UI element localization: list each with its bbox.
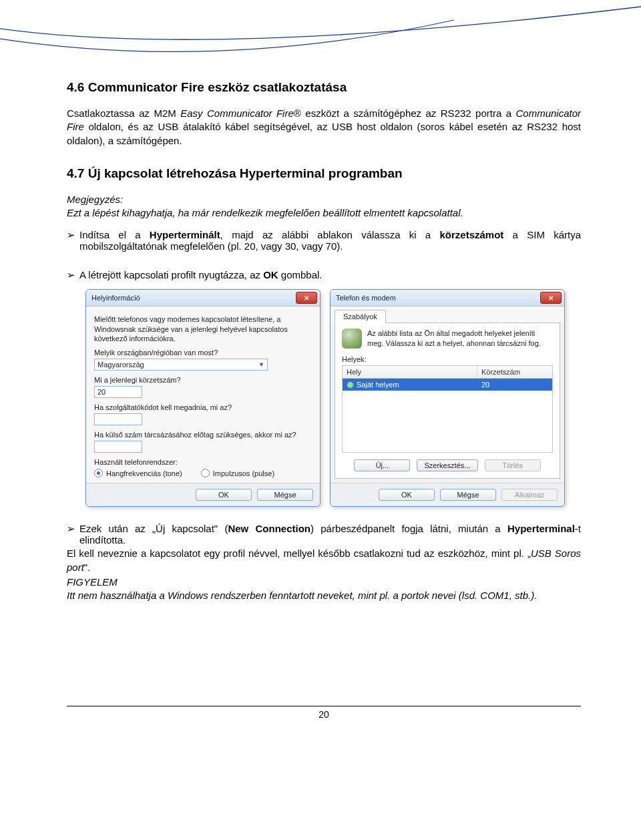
text-bold: Hyperterminal (507, 523, 575, 534)
edit-button[interactable]: Szerkesztés... (417, 459, 477, 471)
globe-icon (342, 329, 362, 349)
para-4-6: Csatlakoztassa az M2M Easy Communicator … (67, 107, 581, 148)
label-phone-system: Használt telefonrendszer: (94, 458, 312, 466)
cancel-button[interactable]: Mégse (257, 489, 313, 501)
text: , majd az alábbi ablakon válassza ki a (220, 229, 440, 240)
heading-4-6: 4.6 Communicator Fire eszköz csatlakozta… (67, 80, 581, 95)
carrier-code-input[interactable] (94, 413, 142, 425)
radio-tone[interactable]: Hangfrekvenciás (tone) (94, 469, 182, 477)
new-button[interactable]: Új... (354, 459, 410, 471)
radio-icon (94, 469, 103, 477)
col-area-code: Körzetszám (477, 366, 552, 378)
warning-label: FIGYELEM (67, 576, 581, 589)
text-bold: New Connection (228, 523, 310, 534)
cancel-button[interactable]: Mégse (440, 489, 496, 501)
bullet-2: ➢ A létrejött kapcsolati profilt nyugtáz… (67, 269, 581, 281)
text-bold: OK (263, 269, 278, 280)
bullet-mark-icon: ➢ (67, 229, 75, 252)
text-bold: körzetszámot (439, 229, 503, 240)
titlebar: Helyinformáció ✕ (86, 290, 320, 306)
bullet-3: ➢ Ezek után az „Új kapcsolat" (New Conne… (67, 523, 581, 546)
apply-button[interactable]: Alkalmaz (501, 489, 558, 501)
tab-rules[interactable]: Szabályok (335, 310, 386, 323)
chevron-down-icon: ▼ (258, 361, 264, 368)
ok-button[interactable]: OK (379, 489, 435, 501)
product-name: Easy Communicator Fire (180, 108, 294, 119)
text: A létrejött kapcsolati profilt nyugtázza… (79, 269, 263, 280)
para-after-bullet3: El kell neveznie a kapcsolatot egy profi… (67, 547, 581, 574)
dialog-location-info: Helyinformáció ✕ Mielőtt telefonos vagy … (85, 289, 320, 507)
text: ". (84, 562, 91, 573)
close-icon[interactable]: ✕ (296, 292, 317, 304)
text: Indítsa el a (79, 229, 150, 240)
radio-icon (201, 469, 210, 477)
locations-listbox[interactable]: Saját helyem 20 (342, 378, 553, 453)
status-dot-icon (347, 381, 354, 389)
dialog-title: Helyinformáció (91, 294, 140, 302)
dropdown-value: Magyarország (97, 361, 144, 369)
titlebar: Telefon és modem ✕ (331, 290, 564, 306)
intro-text: Az alábbi lista az Ön által megadott hel… (367, 329, 553, 348)
delete-button[interactable]: Törlés (485, 459, 541, 471)
col-location: Hely (343, 366, 477, 378)
intro-text: Mielőtt telefonos vagy modemes kapcsolat… (94, 314, 312, 343)
bullet-mark-icon: ➢ (67, 523, 75, 546)
page-content: 4.6 Communicator Fire eszköz csatlakozta… (0, 0, 641, 734)
text: oldalon, és az USB átalakító kábel segít… (67, 121, 581, 146)
label-carrier-code: Ha szolgáltatókódot kell megadnia, mi az… (94, 403, 312, 411)
note-label: Megjegyzés: (67, 193, 581, 206)
text: El kell neveznie a kapcsolatot egy profi… (67, 548, 531, 559)
label-outside-prefix: Ha külső szám tárcsázásához előtag szüks… (94, 431, 312, 439)
close-icon[interactable]: ✕ (540, 292, 562, 304)
note-body: Ezt a lépést kihagyhatja, ha már rendelk… (67, 206, 581, 220)
warning-body: Itt nem használhatja a Windows rendszerb… (67, 589, 581, 602)
area-code-input[interactable]: 20 (94, 386, 142, 398)
text: Ezek után az „Új kapcsolat" ( (79, 523, 228, 534)
ok-button[interactable]: OK (196, 489, 252, 501)
page-footer: 20 (67, 706, 581, 720)
text-bold: Hyperterminált (150, 229, 220, 240)
bullet-1: ➢ Indítsa el a Hyperterminált, majd az a… (67, 229, 581, 252)
cell-area-code: 20 (477, 379, 552, 391)
dialog-figures: Helyinformáció ✕ Mielőtt telefonos vagy … (85, 289, 581, 507)
label-locations: Helyek: (342, 355, 553, 363)
text: gombbal. (278, 269, 323, 280)
cell-location: Saját helyem (357, 381, 399, 389)
label-area-code: Mi a jelenlegi körzetszám? (94, 376, 312, 384)
list-row-selected[interactable]: Saját helyem 20 (343, 379, 552, 391)
text: ) párbeszédpanelt fogja látni, miután a (310, 523, 507, 534)
country-dropdown[interactable]: Magyarország ▼ (94, 359, 268, 371)
radio-label: Impulzusos (pulse) (213, 469, 274, 477)
bullet-mark-icon: ➢ (67, 269, 75, 281)
radio-label: Hangfrekvenciás (tone) (106, 469, 182, 477)
text: Csatlakoztassa az M2M (67, 108, 180, 119)
dialog-title: Telefon és modem (336, 294, 396, 302)
outside-prefix-input[interactable] (94, 441, 142, 453)
heading-4-7: 4.7 Új kapcsolat létrehozása Hypertermin… (67, 166, 581, 181)
dialog-phone-modem: Telefon és modem ✕ Szabályok Az alábbi l… (330, 289, 565, 507)
label-country: Melyik országban/régióban van most? (94, 349, 312, 357)
radio-pulse[interactable]: Impulzusos (pulse) (201, 469, 274, 477)
text: ® eszközt a számítógéphez az RS232 portr… (294, 108, 516, 119)
page-number: 20 (318, 709, 329, 720)
list-header: Hely Körzetszám (342, 365, 553, 378)
